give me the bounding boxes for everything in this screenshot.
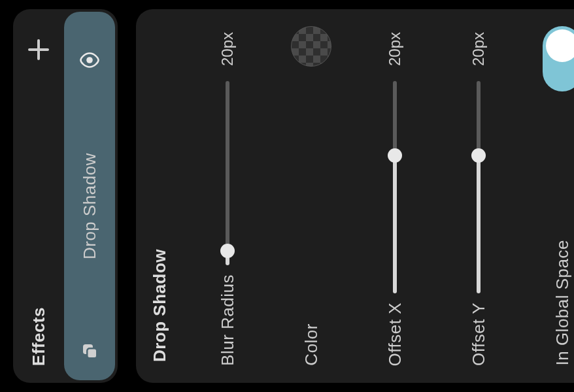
color-control: Color — [280, 26, 343, 366]
blur-radius-label: Blur Radius — [218, 274, 238, 366]
offset-y-control: 20px Offset Y — [447, 26, 510, 366]
effect-properties-panel: Drop Shadow 20px Blur Radius Color 20px — [136, 9, 574, 383]
slider-thumb[interactable] — [220, 244, 235, 258]
toggle-knob — [546, 29, 574, 62]
global-space-label: In Global Space — [552, 240, 573, 366]
panel-title-column: Drop Shadow — [144, 26, 175, 366]
offset-x-slider[interactable] — [363, 81, 426, 293]
blur-radius-control: 20px Blur Radius — [196, 26, 259, 366]
svg-rect-2 — [87, 348, 97, 358]
add-effect-button[interactable] — [25, 37, 52, 63]
offset-y-value: 20px — [469, 32, 488, 66]
visibility-toggle[interactable] — [78, 48, 101, 72]
offset-y-slider[interactable] — [447, 81, 510, 293]
plus-icon — [28, 39, 49, 60]
offset-x-value: 20px — [386, 32, 404, 66]
global-space-toggle[interactable] — [543, 26, 574, 91]
duplicate-button[interactable] — [80, 341, 99, 361]
slider-thumb[interactable] — [471, 148, 486, 163]
color-swatch[interactable] — [291, 26, 331, 67]
global-space-control: In Global Space — [531, 26, 574, 366]
panel-title: Drop Shadow — [150, 249, 170, 362]
blur-radius-value-wrap: 20px — [218, 26, 237, 72]
offset-x-label: Offset X — [385, 302, 405, 366]
color-label: Color — [301, 323, 322, 366]
blur-radius-value: 20px — [218, 32, 237, 66]
offset-x-control: 20px Offset X — [363, 26, 426, 366]
sidebar-fixed-column: Effects — [13, 12, 64, 380]
offset-y-label: Offset Y — [469, 302, 489, 366]
eye-icon — [78, 48, 101, 72]
effect-item-label: Drop Shadow — [80, 153, 100, 259]
slider-thumb[interactable] — [388, 148, 402, 163]
duplicate-icon — [80, 341, 99, 361]
blur-radius-slider[interactable] — [196, 81, 259, 265]
effect-item-drop-shadow[interactable]: Drop Shadow — [64, 12, 115, 380]
effects-sidebar: Effects Drop Shadow — [13, 9, 118, 383]
svg-point-0 — [86, 57, 93, 63]
sidebar-title: Effects — [29, 307, 49, 366]
